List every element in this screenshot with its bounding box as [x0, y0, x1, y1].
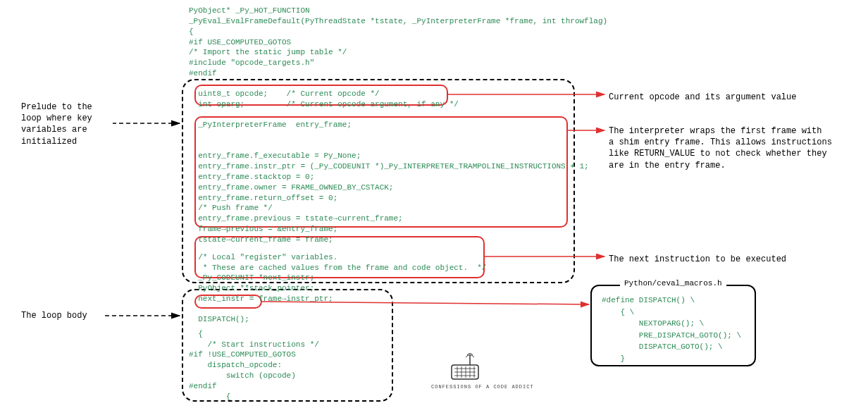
code-opcode-block: uint8_t opcode; /* Current opcode */ int… — [189, 89, 573, 110]
macro-box-code: #define DISPATCH() \ { \ NEXTOPARG(); \ … — [602, 295, 741, 364]
code-loop-body: { /* Start instructions */ #if !USE_COMP… — [189, 329, 573, 408]
code-entry-block: _PyInterpreterFrame entry_frame; entry_f… — [189, 120, 573, 245]
macro-box-title: Python/ceval_macros.h — [620, 279, 726, 288]
annotation-entry-frame: The interpreter wraps the first frame wi… — [609, 125, 855, 171]
source-code-area: PyObject* _Py_HOT_FUNCTION _PyEval_EvalF… — [189, 6, 573, 408]
code-dispatch-call: DISPATCH(); — [189, 314, 573, 325]
code-nextinstr-block: /* Local "register" variables. * These a… — [189, 252, 573, 304]
annotation-loop-body: The loop body — [21, 310, 162, 321]
code-header: PyObject* _Py_HOT_FUNCTION _PyEval_EvalF… — [189, 6, 573, 79]
annotation-opcode: Current opcode and its argument value — [609, 92, 855, 103]
keyboard-logo-icon — [449, 351, 481, 383]
annotation-prelude: Prelude to the loop where key variables … — [21, 101, 162, 147]
footer-caption: CONFESSIONS OF A CODE ADDICT — [431, 384, 534, 390]
annotation-next-instr: The next instruction to be executed — [609, 254, 855, 265]
